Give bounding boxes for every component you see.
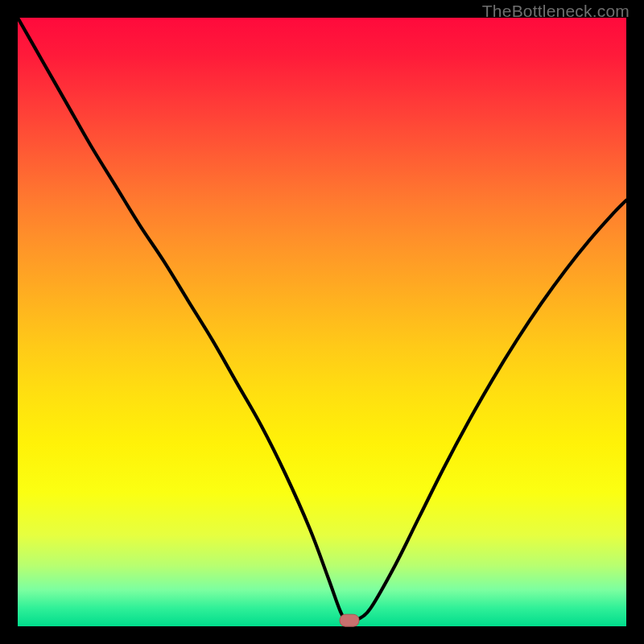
optimum-marker: [340, 614, 359, 626]
plot-area: [18, 18, 626, 626]
chart-svg: [18, 18, 626, 626]
chart-frame: TheBottleneck.com: [0, 0, 644, 644]
bottleneck-curve: [18, 18, 626, 621]
watermark-text: TheBottleneck.com: [482, 2, 630, 21]
